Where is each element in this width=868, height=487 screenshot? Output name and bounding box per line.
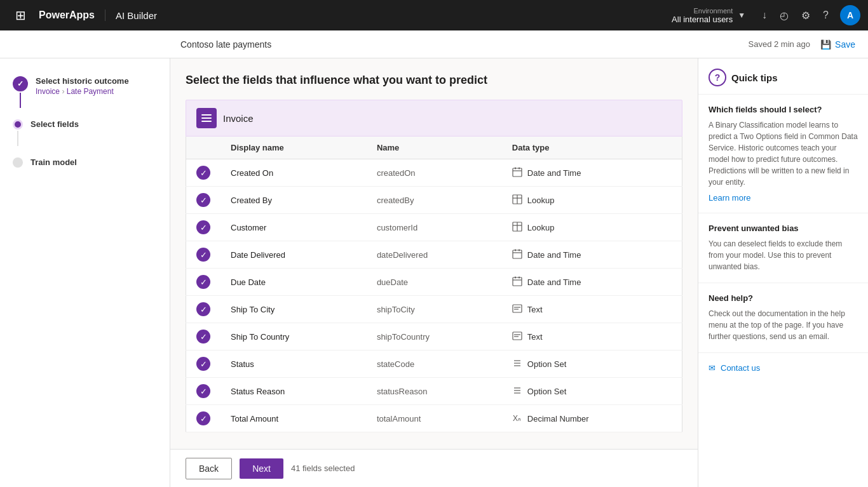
row-check-7[interactable]: ✓ [186,350,221,378]
row-data-type-2: Lookup [502,214,682,241]
dt-label-1: Lookup [527,196,555,205]
row-data-type-3: Date and Time [502,241,682,269]
step-title-2: Select fields [31,119,157,129]
step-circle-2 [13,119,23,130]
powerapps-label: PowerApps [34,10,105,21]
row-check-1[interactable]: ✓ [186,187,221,214]
waffle-icon[interactable]: ⊞ [8,8,34,23]
learn-more-link[interactable]: Learn more [709,193,750,203]
dt-label-7: Option Set [527,359,566,369]
dt-label-6: Text [527,332,543,342]
checkbox-7[interactable]: ✓ [196,357,210,371]
fields-count: 41 fields selected [291,464,355,473]
checkbox-2[interactable]: ✓ [196,220,210,234]
table-row: ✓ Customer customerId Lookup [186,214,682,241]
row-check-0[interactable]: ✓ [186,159,221,187]
tip-title-need-help: Need help? [709,293,858,303]
content-wrapper: Select the fields that influence what yo… [170,58,698,487]
row-check-2[interactable]: ✓ [186,214,221,241]
checkbox-8[interactable]: ✓ [196,384,210,398]
row-data-type-8: Option Set [502,378,682,405]
row-name-1: createdBy [367,187,502,214]
row-check-8[interactable]: ✓ [186,378,221,405]
avatar[interactable]: A [840,5,860,25]
quick-tips-icon: ? [709,69,726,86]
row-name-5: shipToCity [367,296,502,323]
dt-icon-9: Xₙ [512,413,522,425]
step-content-1: Select historic outcome Invoice › Late P… [36,76,157,96]
page-title: Select the fields that influence what yo… [186,74,682,87]
save-button[interactable]: 💾 Save [820,39,855,50]
svg-rect-5 [515,167,516,169]
subheader: Contoso late payments Saved 2 min ago 💾 … [0,30,868,58]
row-check-3[interactable]: ✓ [186,241,221,269]
contact-us-label: Contact us [721,363,760,373]
save-icon: 💾 [820,39,831,50]
subheader-title: Contoso late payments [180,39,271,50]
checkbox-3[interactable]: ✓ [196,248,210,262]
step-subtitle-invoice: Invoice [36,87,60,96]
row-check-4[interactable]: ✓ [186,269,221,296]
step-line-1 [20,93,21,108]
sidebar-step-train: Train model [0,152,170,173]
environment-selector[interactable]: Environment All internal users [672,7,733,24]
step-indicator-3 [13,157,23,168]
step-indicator-1: ✓ [13,76,28,109]
dt-icon-6 [512,331,522,343]
checkbox-0[interactable]: ✓ [196,166,210,180]
table-row: ✓ Status stateCode Option Set [186,350,682,378]
contact-us-link[interactable]: ✉ Contact us [698,353,868,383]
row-name-2: customerId [367,214,502,241]
help-icon[interactable]: ? [817,10,835,21]
sidebar-step-historic: ✓ Select historic outcome Invoice › Late… [0,71,170,114]
settings-icon[interactable]: ⚙ [795,10,817,22]
table-row: ✓ Created By createdBy Lookup [186,187,682,214]
next-button[interactable]: Next [240,458,283,479]
tip-title-which-fields: Which fields should I select? [709,105,858,114]
footer-area: Back Next 41 fields selected [170,449,698,487]
svg-rect-0 [201,114,212,116]
row-display-name-6: Ship To Country [220,323,367,350]
checkbox-9[interactable]: ✓ [196,411,210,425]
navbar: ⊞ PowerApps AI Builder Environment All i… [0,0,868,30]
row-display-name-8: Status Reason [220,378,367,405]
quick-tips-title: Quick tips [731,72,778,83]
env-chevron-icon[interactable]: ▼ [738,11,745,20]
checkbox-1[interactable]: ✓ [196,193,210,207]
back-button[interactable]: Back [186,458,232,479]
entity-header: Invoice [186,100,682,137]
step-circle-3 [13,157,23,168]
save-status: Saved 2 min ago [749,39,811,49]
row-check-5[interactable]: ✓ [186,296,221,323]
tip-section-need-help: Need help? Check out the documentation i… [698,283,868,353]
download-icon[interactable]: ↓ [756,10,773,21]
step-content-2: Select fields [31,119,157,129]
dt-icon-5 [512,304,522,316]
checkbox-5[interactable]: ✓ [196,302,210,316]
col-check [186,137,221,159]
svg-rect-19 [515,276,516,278]
step-indicator-2 [13,119,23,147]
step-content-3: Train model [31,157,157,167]
checkbox-4[interactable]: ✓ [196,275,210,289]
row-name-3: dateDelivered [367,241,502,269]
col-data-type: Data type [502,137,682,159]
step-subtitle-latepayment: Late Payment [67,87,114,96]
row-data-type-5: Text [502,296,682,323]
row-name-8: statusReason [367,378,502,405]
row-data-type-4: Date and Time [502,269,682,296]
svg-rect-24 [513,332,522,340]
col-display-name: Display name [220,137,367,159]
bell-icon[interactable]: ◴ [773,10,795,22]
table-header-row: Display name Name Data type [186,137,682,159]
row-display-name-3: Date Delivered [220,241,367,269]
step-subtitle-sep: › [62,87,66,96]
checkbox-6[interactable]: ✓ [196,330,210,344]
row-name-9: totalAmount [367,405,502,432]
row-check-6[interactable]: ✓ [186,323,221,350]
dt-icon-1 [512,194,522,206]
svg-rect-3 [513,168,522,177]
row-check-9[interactable]: ✓ [186,405,221,432]
step-circle-1: ✓ [13,76,28,91]
tip-section-prevent-bias: Prevent unwanted bias You can deselect f… [698,213,868,283]
